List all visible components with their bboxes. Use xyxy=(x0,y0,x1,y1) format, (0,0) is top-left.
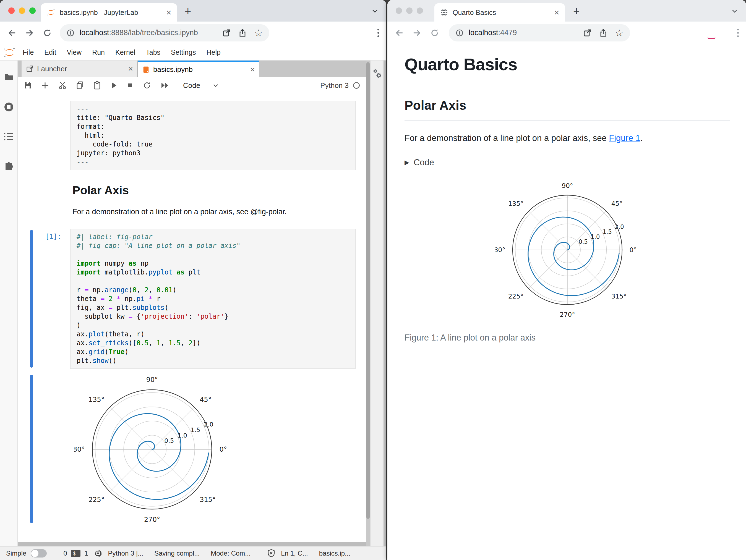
info-icon[interactable] xyxy=(66,29,75,37)
close-icon[interactable]: × xyxy=(128,64,133,73)
yaml-line: jupyter: python3 xyxy=(77,149,349,157)
kernel-status-icon[interactable] xyxy=(353,82,360,89)
svg-text:315°: 315° xyxy=(611,293,626,300)
cell-type-dropdown[interactable]: Code xyxy=(183,81,200,90)
markdown-cell[interactable]: Polar Axis For a demonstration of a line… xyxy=(73,184,366,216)
tab-basics-ipynb[interactable]: basics.ipynb × xyxy=(138,61,259,77)
chevron-down-icon[interactable] xyxy=(730,7,739,16)
yaml-cell-editor[interactable]: ---title: "Quarto Basics"format: html: c… xyxy=(70,101,355,170)
reload-icon[interactable] xyxy=(42,28,52,37)
close-window-button[interactable] xyxy=(396,7,402,14)
scrollbar-thumb[interactable] xyxy=(366,62,370,519)
menu-kernel[interactable]: Kernel xyxy=(115,48,135,56)
cut-icon[interactable] xyxy=(58,81,67,90)
cursor-position[interactable]: Ln 1, C... xyxy=(281,550,308,557)
output-collapser[interactable] xyxy=(30,375,33,523)
share-icon[interactable] xyxy=(599,29,607,37)
browser-toolbar: localhost:4479 ☆ xyxy=(388,22,746,44)
back-icon[interactable] xyxy=(395,28,404,37)
browser-tab-jupyterlab[interactable]: basics.ipynb - JupyterLab × xyxy=(41,3,177,22)
address-bar[interactable]: localhost:4479 ☆ xyxy=(449,24,630,41)
bookmark-star-icon[interactable]: ☆ xyxy=(615,28,624,37)
reload-icon[interactable] xyxy=(430,28,439,37)
menu-view[interactable]: View xyxy=(67,48,82,56)
svg-text:1.5: 1.5 xyxy=(191,426,200,434)
more-vertical-icon[interactable] xyxy=(377,29,379,37)
menu-edit[interactable]: Edit xyxy=(44,48,56,56)
minimize-window-button[interactable] xyxy=(406,7,412,14)
quarto-browser-window: Quarto Basics × + localhost:4479 xyxy=(388,0,746,560)
paste-icon[interactable] xyxy=(93,81,101,90)
open-in-new-icon[interactable] xyxy=(583,29,592,37)
folder-icon[interactable] xyxy=(4,72,14,82)
chevron-down-icon[interactable] xyxy=(371,7,379,16)
intro-paragraph: For a demonstration of a line plot on a … xyxy=(404,133,730,143)
svg-text:270°: 270° xyxy=(560,311,575,318)
simple-mode-toggle[interactable] xyxy=(31,549,47,558)
browser-tab-quarto[interactable]: Quarto Basics × xyxy=(434,3,565,22)
code-disclosure[interactable]: ▶ Code xyxy=(404,157,730,168)
gears-icon[interactable] xyxy=(372,68,383,546)
code-line xyxy=(77,250,349,259)
tab-launcher[interactable]: Launcher × xyxy=(22,61,138,77)
more-vertical-icon[interactable] xyxy=(737,29,739,37)
list-icon[interactable] xyxy=(4,132,14,141)
notebook-file-icon xyxy=(142,66,150,73)
kernel-status-text[interactable]: Python 3 |... xyxy=(108,550,144,557)
close-window-button[interactable] xyxy=(8,7,15,14)
url-text: localhost:4479 xyxy=(469,28,517,37)
share-icon[interactable] xyxy=(238,29,247,37)
open-in-new-icon[interactable] xyxy=(222,29,231,37)
address-bar[interactable]: localhost:8888/lab/tree/basics.ipynb ☆ xyxy=(60,24,269,41)
panel-bottom-strip xyxy=(18,542,366,546)
menu-help[interactable]: Help xyxy=(206,48,220,56)
restart-icon[interactable] xyxy=(143,81,151,90)
kernel-name[interactable]: Python 3 xyxy=(320,81,349,90)
chevron-down-icon[interactable] xyxy=(212,82,219,89)
traffic-lights[interactable] xyxy=(396,7,423,14)
zoom-window-button[interactable] xyxy=(417,7,423,14)
shield-x-icon[interactable] xyxy=(267,549,276,558)
profile-avatar[interactable] xyxy=(707,36,716,39)
run-icon[interactable] xyxy=(110,81,118,90)
menu-run[interactable]: Run xyxy=(92,48,105,56)
copy-icon[interactable] xyxy=(76,81,84,90)
bookmark-star-icon[interactable]: ☆ xyxy=(254,28,263,37)
code-cell[interactable]: [1]: #| label: fig-polar#| fig-cap: "A l… xyxy=(18,229,366,369)
code-line xyxy=(77,277,349,286)
raw-yaml-cell[interactable]: ---title: "Quarto Basics"format: html: c… xyxy=(18,101,366,170)
yaml-line: format: xyxy=(77,122,349,131)
minimize-window-button[interactable] xyxy=(19,7,25,14)
figure-link[interactable]: Figure 1 xyxy=(609,133,640,143)
close-icon[interactable]: × xyxy=(250,65,255,75)
info-icon[interactable] xyxy=(455,29,464,37)
svg-text:90°: 90° xyxy=(146,376,158,384)
window-scrollbar-track[interactable] xyxy=(383,61,386,546)
menu-file[interactable]: File xyxy=(23,48,34,56)
figure: 0°45°90°135°180°225°270°315°0.51.01.52.0 xyxy=(404,179,730,322)
jupyterlab-activity-bar xyxy=(0,61,18,546)
back-icon[interactable] xyxy=(7,28,17,37)
save-icon[interactable] xyxy=(24,81,32,90)
code-disclosure-label: Code xyxy=(414,157,434,168)
cell-collapser[interactable] xyxy=(30,230,33,367)
add-cell-icon[interactable] xyxy=(41,81,49,90)
zoom-window-button[interactable] xyxy=(29,7,36,14)
code-line: #| fig-cap: "A line plot on a polar axis… xyxy=(77,241,349,250)
traffic-lights[interactable] xyxy=(8,7,36,14)
forward-icon[interactable] xyxy=(412,28,422,37)
code-cell-editor[interactable]: #| label: fig-polar#| fig-cap: "A line p… xyxy=(70,229,355,369)
notebook-scrollbar[interactable] xyxy=(366,61,370,546)
new-tab-button[interactable]: + xyxy=(185,5,191,18)
tab-close-icon[interactable]: × xyxy=(554,8,560,17)
fast-forward-icon[interactable] xyxy=(161,82,170,89)
stop-icon[interactable] xyxy=(126,82,134,89)
forward-icon[interactable] xyxy=(25,28,34,37)
stop-circle-icon[interactable] xyxy=(3,101,15,113)
new-tab-button[interactable]: + xyxy=(573,5,579,18)
puzzle-icon[interactable] xyxy=(4,160,14,171)
tab-close-icon[interactable]: × xyxy=(166,8,171,17)
menu-tabs[interactable]: Tabs xyxy=(146,48,161,56)
browser-tabstrip: basics.ipynb - JupyterLab × + xyxy=(0,0,386,22)
menu-settings[interactable]: Settings xyxy=(171,48,196,56)
